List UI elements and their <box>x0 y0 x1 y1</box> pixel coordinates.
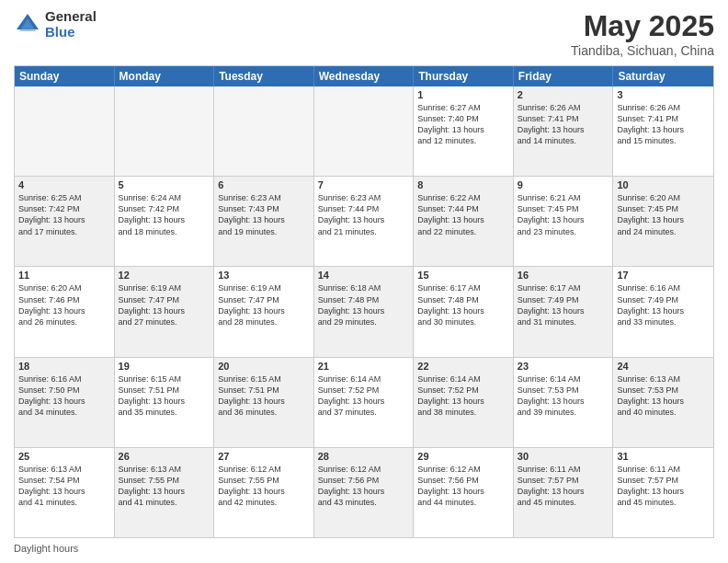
day-number: 22 <box>417 361 509 372</box>
day-number: 4 <box>18 179 110 190</box>
day-info: Sunrise: 6:14 AMSunset: 7:52 PMDaylight:… <box>417 373 509 419</box>
day-number: 16 <box>518 270 609 281</box>
day-number: 26 <box>119 451 210 462</box>
day-number: 24 <box>617 361 710 372</box>
calendar-body: 1Sunrise: 6:27 AMSunset: 7:40 PMDaylight… <box>15 86 713 537</box>
day-number: 17 <box>617 270 710 281</box>
day-cell-14: 14Sunrise: 6:18 AMSunset: 7:48 PMDayligh… <box>314 267 415 356</box>
day-info: Sunrise: 6:27 AMSunset: 7:40 PMDaylight:… <box>417 102 509 147</box>
day-info: Sunrise: 6:11 AMSunset: 7:57 PMDaylight:… <box>518 464 609 509</box>
day-number: 2 <box>518 89 609 100</box>
day-cell-4: 4Sunrise: 6:25 AMSunset: 7:42 PMDaylight… <box>15 177 115 266</box>
day-cell-8: 8Sunrise: 6:22 AMSunset: 7:44 PMDaylight… <box>414 177 514 266</box>
day-number: 14 <box>318 270 410 281</box>
day-cell-empty-2 <box>214 86 314 176</box>
day-info: Sunrise: 6:13 AMSunset: 7:53 PMDaylight:… <box>617 373 710 419</box>
day-number: 31 <box>617 451 710 462</box>
day-number: 20 <box>218 361 310 372</box>
day-cell-10: 10Sunrise: 6:20 AMSunset: 7:45 PMDayligh… <box>613 177 713 266</box>
title-location: Tiandiba, Sichuan, China <box>571 43 714 58</box>
day-number: 8 <box>417 179 509 190</box>
day-number: 29 <box>417 451 509 462</box>
week-row-1: 1Sunrise: 6:27 AMSunset: 7:40 PMDaylight… <box>15 86 713 176</box>
day-number: 15 <box>417 270 509 281</box>
header-day-saturday: Saturday <box>613 66 713 86</box>
day-info: Sunrise: 6:19 AMSunset: 7:47 PMDaylight:… <box>119 282 210 327</box>
day-info: Sunrise: 6:13 AMSunset: 7:54 PMDaylight:… <box>18 464 110 509</box>
day-cell-24: 24Sunrise: 6:13 AMSunset: 7:53 PMDayligh… <box>613 358 713 447</box>
day-cell-31: 31Sunrise: 6:11 AMSunset: 7:57 PMDayligh… <box>613 448 713 537</box>
day-number: 13 <box>218 270 310 281</box>
day-number: 21 <box>318 361 410 372</box>
day-cell-empty-1 <box>115 86 215 176</box>
day-cell-16: 16Sunrise: 6:17 AMSunset: 7:49 PMDayligh… <box>514 267 614 356</box>
day-cell-26: 26Sunrise: 6:13 AMSunset: 7:55 PMDayligh… <box>115 448 215 537</box>
day-info: Sunrise: 6:24 AMSunset: 7:42 PMDaylight:… <box>119 192 210 237</box>
day-cell-28: 28Sunrise: 6:12 AMSunset: 7:56 PMDayligh… <box>314 448 415 537</box>
day-cell-empty-3 <box>314 86 415 176</box>
day-number: 9 <box>518 179 609 190</box>
day-number: 1 <box>417 89 509 100</box>
header-day-thursday: Thursday <box>414 66 514 86</box>
day-number: 11 <box>18 270 110 281</box>
logo-text: General Blue <box>45 9 97 40</box>
day-number: 18 <box>18 361 110 372</box>
day-cell-20: 20Sunrise: 6:15 AMSunset: 7:51 PMDayligh… <box>214 358 314 447</box>
day-number: 10 <box>617 179 710 190</box>
day-cell-19: 19Sunrise: 6:15 AMSunset: 7:51 PMDayligh… <box>115 358 215 447</box>
day-cell-7: 7Sunrise: 6:23 AMSunset: 7:44 PMDaylight… <box>314 177 415 266</box>
day-info: Sunrise: 6:18 AMSunset: 7:48 PMDaylight:… <box>318 282 410 327</box>
day-cell-6: 6Sunrise: 6:23 AMSunset: 7:43 PMDaylight… <box>214 177 314 266</box>
day-cell-27: 27Sunrise: 6:12 AMSunset: 7:55 PMDayligh… <box>214 448 314 537</box>
logo-icon <box>14 11 41 39</box>
day-cell-17: 17Sunrise: 6:16 AMSunset: 7:49 PMDayligh… <box>613 267 713 356</box>
day-info: Sunrise: 6:21 AMSunset: 7:45 PMDaylight:… <box>518 192 609 237</box>
day-cell-11: 11Sunrise: 6:20 AMSunset: 7:46 PMDayligh… <box>15 267 115 356</box>
day-info: Sunrise: 6:26 AMSunset: 7:41 PMDaylight:… <box>617 102 710 147</box>
day-cell-22: 22Sunrise: 6:14 AMSunset: 7:52 PMDayligh… <box>414 358 514 447</box>
day-cell-29: 29Sunrise: 6:12 AMSunset: 7:56 PMDayligh… <box>414 448 514 537</box>
day-cell-12: 12Sunrise: 6:19 AMSunset: 7:47 PMDayligh… <box>115 267 215 356</box>
day-info: Sunrise: 6:19 AMSunset: 7:47 PMDaylight:… <box>218 282 310 327</box>
day-number: 28 <box>318 451 410 462</box>
calendar: SundayMondayTuesdayWednesdayThursdayFrid… <box>14 65 714 538</box>
day-info: Sunrise: 6:13 AMSunset: 7:55 PMDaylight:… <box>119 464 210 509</box>
logo-general: General <box>45 9 97 25</box>
week-row-3: 11Sunrise: 6:20 AMSunset: 7:46 PMDayligh… <box>15 266 713 356</box>
day-number: 27 <box>218 451 310 462</box>
day-info: Sunrise: 6:25 AMSunset: 7:42 PMDaylight:… <box>18 192 110 237</box>
day-number: 30 <box>518 451 609 462</box>
day-info: Sunrise: 6:15 AMSunset: 7:51 PMDaylight:… <box>218 373 310 419</box>
day-number: 23 <box>518 361 609 372</box>
day-info: Sunrise: 6:26 AMSunset: 7:41 PMDaylight:… <box>518 102 609 147</box>
week-row-2: 4Sunrise: 6:25 AMSunset: 7:42 PMDaylight… <box>15 176 713 266</box>
week-row-5: 25Sunrise: 6:13 AMSunset: 7:54 PMDayligh… <box>15 447 713 537</box>
day-info: Sunrise: 6:16 AMSunset: 7:50 PMDaylight:… <box>18 373 110 419</box>
day-info: Sunrise: 6:17 AMSunset: 7:48 PMDaylight:… <box>417 282 509 327</box>
day-number: 5 <box>119 179 210 190</box>
day-cell-21: 21Sunrise: 6:14 AMSunset: 7:52 PMDayligh… <box>314 358 415 447</box>
day-cell-30: 30Sunrise: 6:11 AMSunset: 7:57 PMDayligh… <box>514 448 614 537</box>
day-cell-18: 18Sunrise: 6:16 AMSunset: 7:50 PMDayligh… <box>15 358 115 447</box>
logo-blue-text: Blue <box>45 25 97 40</box>
day-info: Sunrise: 6:16 AMSunset: 7:49 PMDaylight:… <box>617 282 710 327</box>
day-cell-1: 1Sunrise: 6:27 AMSunset: 7:40 PMDaylight… <box>414 86 514 176</box>
page: General Blue May 2025 Tiandiba, Sichuan,… <box>0 0 728 563</box>
day-number: 25 <box>18 451 110 462</box>
header-day-wednesday: Wednesday <box>314 66 415 86</box>
header-day-sunday: Sunday <box>15 66 115 86</box>
day-cell-empty-0 <box>15 86 115 176</box>
day-info: Sunrise: 6:11 AMSunset: 7:57 PMDaylight:… <box>617 464 710 509</box>
day-cell-5: 5Sunrise: 6:24 AMSunset: 7:42 PMDaylight… <box>115 177 215 266</box>
header-day-tuesday: Tuesday <box>214 66 314 86</box>
day-cell-9: 9Sunrise: 6:21 AMSunset: 7:45 PMDaylight… <box>514 177 614 266</box>
day-info: Sunrise: 6:12 AMSunset: 7:55 PMDaylight:… <box>218 464 310 509</box>
week-row-4: 18Sunrise: 6:16 AMSunset: 7:50 PMDayligh… <box>15 357 713 447</box>
day-info: Sunrise: 6:23 AMSunset: 7:43 PMDaylight:… <box>218 192 310 237</box>
day-number: 6 <box>218 179 310 190</box>
header-day-monday: Monday <box>115 66 215 86</box>
day-cell-3: 3Sunrise: 6:26 AMSunset: 7:41 PMDaylight… <box>613 86 713 176</box>
day-cell-2: 2Sunrise: 6:26 AMSunset: 7:41 PMDaylight… <box>514 86 614 176</box>
footer-text: Daylight hours <box>14 543 78 554</box>
day-info: Sunrise: 6:12 AMSunset: 7:56 PMDaylight:… <box>318 464 410 509</box>
